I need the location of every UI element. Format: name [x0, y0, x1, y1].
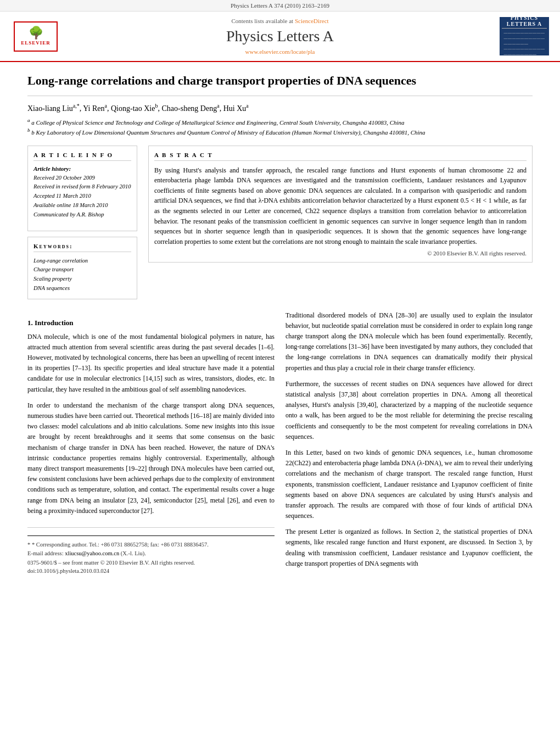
accepted-line: Accepted 11 March 2010 — [33, 192, 131, 201]
intro-paragraph-2: In order to understand the mechanism of … — [27, 400, 275, 516]
footnote-star: * * Corresponding author. Tel.: +86 0731… — [27, 540, 275, 549]
affiliation-b: b b Key Laboratory of Low Dimensional Qu… — [27, 127, 533, 137]
body-left: 1. Introduction DNA molecule, which is o… — [27, 310, 275, 574]
intro-paragraph-1: DNA molecule, which is one of the most f… — [27, 332, 275, 395]
affiliations: a a College of Physical Science and Tech… — [27, 117, 533, 137]
abstract-label: A B S T R A C T — [154, 152, 527, 161]
contents-text: Contents lists available at — [231, 18, 294, 24]
keyword-2: Charge transport — [33, 265, 131, 275]
journal-center: A B S T R A C T Contents lists available… — [60, 18, 500, 55]
right-paragraph-3: In this Letter, based on two kinds of ge… — [285, 448, 533, 521]
abstract-box: A B S T R A C T By using Hurst's analysi… — [148, 146, 533, 263]
journal-title: Physics Letters A — [60, 27, 500, 45]
email-link[interactable]: xliucsu@yahoo.com.cn — [65, 550, 119, 556]
history-group: Article history: Received 20 October 200… — [33, 165, 131, 220]
doi-link[interactable]: doi:10.1016/j.physleta.2010.03.024 — [27, 568, 275, 574]
communicated-line: Communicated by A.R. Bishop — [33, 210, 131, 220]
keyword-4: DNA sequences — [33, 284, 131, 293]
affiliation-a: a a College of Physical Science and Tech… — [27, 117, 533, 127]
elsevier-brand-text: ELSEVIER — [21, 40, 51, 46]
received-line: Received 20 October 2009 — [33, 174, 131, 183]
elsevier-logo-box: 🌳 ELSEVIER — [14, 21, 58, 52]
revised-line: Received in revised form 8 February 2010 — [33, 182, 131, 192]
main-content: Long-range correlations and charge trans… — [0, 62, 560, 585]
copyright-line: © 2010 Elsevier B.V. All rights reserved… — [154, 250, 527, 256]
sciencedirect-link[interactable]: ScienceDirect — [295, 18, 329, 24]
footnote-email: E-mail address: xliucsu@yahoo.com.cn (X.… — [27, 549, 275, 558]
footnote-divider — [27, 535, 275, 536]
elsevier-logo: 🌳 ELSEVIER — [11, 21, 60, 52]
right-column-abstract: A B S T R A C T By using Hurst's analysi… — [148, 146, 533, 299]
pla-logo-lines: —————————— —————————— —————— —————————— … — [504, 31, 545, 58]
info-abstract-section: A R T I C L E I N F O Article history: R… — [27, 146, 533, 299]
pla-logo-title: PHYSICS LETTERS A — [502, 15, 547, 29]
body-content: 1. Introduction DNA molecule, which is o… — [27, 310, 533, 574]
right-paragraph-4: The present Letter is organized as follo… — [285, 527, 533, 569]
keywords-label: Keywords: — [33, 243, 131, 252]
journal-citation: Physics Letters A 374 (2010) 2163–2169 — [231, 2, 329, 9]
top-bar: Physics Letters A 374 (2010) 2163–2169 — [0, 0, 560, 12]
keyword-3: Scaling property — [33, 275, 131, 284]
available-line: Available online 18 March 2010 — [33, 201, 131, 210]
journal-header: 🌳 ELSEVIER A B S T R A C T Contents list… — [0, 12, 560, 62]
right-paragraph-1: Traditional disordered models of DNA [28… — [285, 310, 533, 373]
right-paragraph-2: Furthermore, the successes of recent stu… — [285, 379, 533, 442]
abstract-text: By using Hurst's analysis and transfer a… — [154, 165, 527, 247]
article-title: Long-range correlations and charge trans… — [27, 73, 533, 96]
introduction-heading: 1. Introduction — [27, 319, 275, 327]
body-right: Traditional disordered models of DNA [28… — [285, 310, 533, 574]
journal-url[interactable]: www.elsevier.com/locate/pla — [60, 48, 500, 55]
elsevier-tree-icon: 🌳 — [29, 27, 43, 39]
authors-line: Xiao-liang Liua,*, Yi Rena, Qiong-tao Xi… — [27, 103, 533, 113]
doi-copyright: 0375-9601/$ – see front matter © 2010 El… — [27, 560, 275, 566]
journal-logo-right: PHYSICS LETTERS A —————————— —————————— … — [500, 17, 549, 55]
keywords-box: Keywords: Long-range correlation Charge … — [27, 237, 137, 299]
contents-available-line: A B S T R A C T Contents lists available… — [60, 18, 500, 24]
footnotes: * * Corresponding author. Tel.: +86 0731… — [27, 527, 275, 574]
history-label: Article history: — [33, 165, 131, 172]
article-info-label: A R T I C L E I N F O — [33, 152, 131, 161]
left-column: A R T I C L E I N F O Article history: R… — [27, 146, 137, 299]
article-info-box: A R T I C L E I N F O Article history: R… — [27, 146, 137, 231]
keyword-1: Long-range correlation — [33, 256, 131, 266]
